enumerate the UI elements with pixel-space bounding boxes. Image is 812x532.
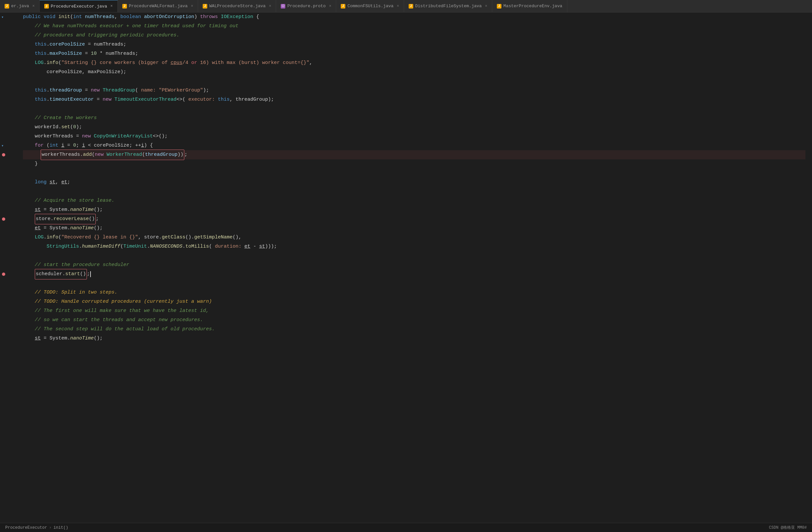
tab-close[interactable]: × <box>110 4 113 9</box>
tab-walstore[interactable]: J WALProcedureStore.java × <box>198 0 276 12</box>
function-name: set <box>61 123 70 132</box>
gutter-line <box>0 159 20 169</box>
code-area: ▾ ▾ <box>0 13 812 523</box>
gutter-line <box>0 114 20 123</box>
keyword: long <box>35 178 49 187</box>
highlighted-box2: store.recoverLease() <box>35 214 96 224</box>
tab-close[interactable]: × <box>329 4 331 9</box>
code-line: // We have numThreads executor + one tim… <box>23 21 806 31</box>
fold-arrow[interactable]: ▾ <box>1 143 4 148</box>
tab-close[interactable]: × <box>269 4 271 9</box>
string: 16) with max (burst) worker count={}" <box>197 58 309 68</box>
punctuation: , threadGroup); <box>230 95 274 104</box>
code-line: st = System.nanoTime(); <box>23 334 806 343</box>
code-text: corePoolSize, maxPoolSize); <box>23 68 126 77</box>
variable: timeoutExecutor <box>49 95 94 104</box>
number: 10 <box>91 49 97 58</box>
code-line <box>23 169 806 178</box>
bottom-bar: ProcedureExecutor › init() CSDN @格格亚 MM0… <box>0 523 812 532</box>
keyword: for <box>35 141 46 150</box>
punctuation: ( <box>46 141 49 150</box>
gutter-line-breakpoint2 <box>0 215 20 224</box>
gutter-line <box>0 104 20 114</box>
keyword: throws <box>200 13 221 21</box>
function-name: humanTimeDiff <box>82 242 120 251</box>
gutter-line <box>0 251 20 260</box>
code-text <box>23 150 41 159</box>
tab-close[interactable]: × <box>32 4 35 9</box>
code-text <box>23 270 35 279</box>
code-line: et = System.nanoTime(); <box>23 224 806 233</box>
tab-masterprocedure[interactable]: J MasterProcedureEnv.java <box>492 0 567 12</box>
keyword: boolean <box>120 13 144 21</box>
punctuation: ) <box>194 13 200 21</box>
breakpoint-icon[interactable] <box>2 153 5 156</box>
code-text: . <box>46 95 49 104</box>
gutter-line <box>0 288 20 297</box>
gutter-line <box>0 316 20 325</box>
tab-close[interactable]: × <box>397 4 399 9</box>
tab-close[interactable]: × <box>485 4 487 9</box>
function-name: getSimpleName <box>194 233 233 242</box>
code-line: } <box>23 159 806 169</box>
string: cpus <box>171 58 182 68</box>
tab-commonfs[interactable]: J CommonFSUtils.java × <box>336 0 404 12</box>
code-line: workerId.set(0); <box>23 123 806 132</box>
class-name: StringUtils <box>46 242 79 251</box>
tab-procedure-proto[interactable]: ⬡ Procedure.proto × <box>276 0 336 12</box>
code-text <box>23 40 35 49</box>
code-text: st = System. <box>23 205 70 215</box>
java-icon: J <box>203 4 207 9</box>
code-text: ; <box>87 270 90 279</box>
gutter-line <box>0 169 20 178</box>
code-line: this.timeoutExecutor = new TimeoutExecut… <box>23 95 806 104</box>
string: "Starting {} core workers (bigger of <box>61 58 171 68</box>
class-name: IOException <box>221 13 253 21</box>
code-text: st = System. <box>23 334 70 343</box>
punctuation: (). <box>185 233 194 242</box>
todo-comment: // TODO: Handle corrupted procedures (cu… <box>23 297 212 306</box>
gutter-line <box>0 279 20 288</box>
punctuation: , store. <box>138 233 162 242</box>
gutter-line <box>0 196 20 205</box>
punctuation: ( <box>58 233 61 242</box>
comment: // We have numThreads executor + one tim… <box>23 21 238 31</box>
code-line: corePoolSize, maxPoolSize); <box>23 68 806 77</box>
keyword: this <box>218 95 230 104</box>
code-line: store.recoverLease(); <box>23 215 806 224</box>
code-text: = <box>94 95 103 104</box>
code-line: // TODO: Handle corrupted procedures (cu… <box>23 297 806 306</box>
tab-walformat[interactable]: J ProcedureWALFormat.java × <box>118 0 199 12</box>
breakpoint-icon[interactable] <box>2 217 5 221</box>
tab-close[interactable]: × <box>191 4 193 9</box>
code-text: * numThreads; <box>97 49 138 58</box>
gutter-line <box>0 205 20 215</box>
gutter-line <box>0 233 20 242</box>
gutter-line <box>0 21 20 31</box>
java-icon: J <box>4 4 9 9</box>
code-line: for (int i = 0; i < corePoolSize; ++i) { <box>23 141 806 150</box>
breakpoint-icon[interactable] <box>2 273 5 276</box>
function-name: nanoTime <box>70 224 94 233</box>
highlighted-box3: scheduler.start() <box>35 269 87 279</box>
keyword: int <box>49 141 61 150</box>
class-name: TimeoutExecutorThread <box>114 95 176 104</box>
code-text <box>23 242 46 251</box>
fold-arrow[interactable]: ▾ <box>1 15 4 20</box>
code-line-highlighted: workerThreads.add(new WorkerThread(threa… <box>23 150 806 159</box>
code-line <box>23 187 806 196</box>
punctuation: , <box>114 13 120 21</box>
variable: corePoolSize <box>49 40 85 49</box>
tab-distributed[interactable]: J DistributedFileSystem.java × <box>404 0 492 12</box>
tab-executor-java-first[interactable]: J er.java × <box>0 0 40 12</box>
gutter-line <box>0 77 20 86</box>
gutter-line <box>0 31 20 40</box>
class-name: LOG <box>35 233 44 242</box>
code-line: // start the procedure scheduler <box>23 260 806 270</box>
proto-icon: ⬡ <box>281 4 285 9</box>
code-content[interactable]: public void init(int numThreads, boolean… <box>20 13 812 523</box>
tab-executor-java-active[interactable]: J ProcedureExecutor.java × <box>40 0 118 12</box>
code-text: workerThreads = <box>23 132 82 141</box>
comment: // procedures and triggering periodic pr… <box>23 31 179 40</box>
code-text <box>23 86 35 95</box>
